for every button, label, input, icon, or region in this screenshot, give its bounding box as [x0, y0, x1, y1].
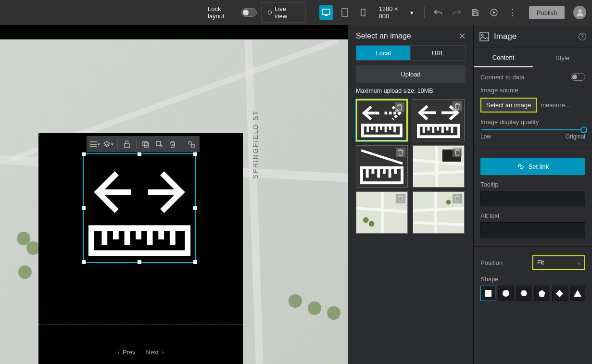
duplicate-button[interactable]	[153, 138, 165, 151]
thumb-4[interactable]	[413, 145, 465, 188]
tab-content[interactable]: Content	[474, 48, 533, 67]
delete-thumb-icon[interactable]	[453, 148, 462, 157]
shape-hexagon[interactable]	[516, 286, 531, 301]
thumbnail-grid	[356, 99, 466, 234]
thumb-6[interactable]	[413, 191, 465, 234]
caret-down-icon: ▾	[410, 9, 414, 16]
publish-button[interactable]: Publish	[529, 6, 565, 19]
lock-layout-toggle[interactable]: Lock layout	[208, 5, 257, 20]
lock-button[interactable]	[121, 138, 133, 151]
alttext-label: Alt text	[480, 212, 585, 219]
chevron-right-icon: ›	[162, 349, 164, 356]
delete-thumb-icon[interactable]	[396, 194, 405, 203]
svg-rect-2	[342, 9, 348, 16]
delete-thumb-icon[interactable]	[395, 102, 404, 112]
connect-data-toggle[interactable]	[571, 73, 585, 81]
svg-rect-45	[366, 169, 369, 178]
shape-circle[interactable]	[498, 286, 513, 301]
svg-rect-27	[376, 126, 378, 132]
tab-url[interactable]: URL	[411, 45, 466, 61]
upload-button[interactable]: Upload	[356, 65, 466, 83]
delete-thumb-icon[interactable]	[396, 148, 405, 157]
svg-rect-46	[372, 169, 375, 174]
user-avatar[interactable]	[573, 6, 586, 19]
live-label: Live view	[275, 5, 299, 20]
close-icon[interactable]	[459, 33, 466, 39]
layers-button[interactable]: ▾	[102, 138, 114, 151]
app-root: Lock layout Live view 1280 × 800 ▾ ⋮ Pub…	[0, 0, 592, 364]
svg-rect-19	[147, 231, 153, 245]
svg-rect-1	[325, 15, 327, 16]
more-button[interactable]: ⋮	[505, 5, 519, 20]
svg-rect-0	[322, 9, 330, 14]
svg-point-5	[578, 10, 581, 13]
set-link-button[interactable]: Set link	[480, 158, 585, 175]
inspector-tabs: Content Style	[474, 48, 592, 67]
svg-rect-18	[136, 231, 141, 239]
save-button[interactable]	[468, 5, 482, 20]
svg-rect-47	[377, 169, 380, 178]
svg-rect-39	[441, 127, 444, 133]
thumb-3[interactable]	[356, 145, 408, 188]
svg-rect-58	[480, 32, 489, 41]
shape-diamond[interactable]	[552, 286, 567, 301]
tab-local[interactable]: Local	[356, 45, 411, 61]
thumb-1[interactable]	[356, 99, 408, 141]
device-desktop-button[interactable]	[319, 5, 333, 20]
svg-rect-8	[144, 143, 149, 147]
align-button[interactable]: ▾	[88, 138, 101, 151]
lock-switch[interactable]	[241, 8, 257, 17]
delete-thumb-icon[interactable]	[453, 101, 462, 111]
lock-label: Lock layout	[208, 5, 238, 20]
shape-rect[interactable]	[480, 286, 495, 301]
chevron-left-icon: ‹	[117, 349, 119, 356]
delete-button[interactable]	[166, 138, 179, 151]
svg-rect-16	[113, 231, 119, 239]
slider-thumb[interactable]	[580, 126, 587, 133]
transform-button[interactable]	[185, 138, 198, 151]
svg-point-57	[446, 200, 451, 205]
inspector-panel: Image ? Content Style Connect to data Im…	[473, 25, 592, 364]
redo-button[interactable]	[450, 5, 464, 20]
quality-slider[interactable]	[481, 129, 584, 130]
shape-pentagon[interactable]	[534, 286, 549, 301]
tab-style[interactable]: Style	[533, 48, 592, 67]
pager-next[interactable]: Next›	[146, 349, 164, 356]
context-toolbar: ▾ ▾	[87, 136, 200, 152]
svg-rect-11	[191, 144, 194, 147]
device-phone-button[interactable]	[356, 5, 370, 20]
svg-rect-36	[428, 127, 430, 131]
select-image-panel: Select an image Local URL Upload Maximum…	[348, 25, 473, 364]
viewport-size-select[interactable]: 1280 × 800 ▾	[375, 2, 418, 23]
preview-button[interactable]	[487, 5, 501, 20]
thumb-5[interactable]	[356, 191, 408, 234]
shape-options	[480, 286, 585, 301]
live-view-button[interactable]: Live view	[262, 2, 305, 23]
thumb-2[interactable]	[413, 99, 465, 141]
tooltip-label: Tooltip	[480, 181, 585, 188]
svg-rect-17	[125, 231, 130, 245]
copy-button[interactable]	[139, 138, 152, 151]
select-image-button[interactable]: Select an image	[480, 98, 537, 113]
image-widget[interactable]: ▾ ▾	[38, 133, 243, 364]
quality-label: Image display quality	[480, 118, 585, 126]
tooltip-input[interactable]	[480, 191, 585, 206]
canvas[interactable]: SPRINGFIELD ST ▾ ▾	[0, 25, 348, 364]
svg-rect-35	[423, 127, 425, 133]
device-tablet-button[interactable]	[338, 5, 352, 20]
delete-thumb-icon[interactable]	[453, 194, 462, 203]
svg-point-10	[189, 141, 191, 144]
svg-point-55	[369, 221, 375, 227]
position-select[interactable]: Fit ⌵	[532, 255, 585, 270]
svg-rect-7	[143, 141, 147, 146]
top-bar: Lock layout Live view 1280 × 800 ▾ ⋮ Pub…	[0, 0, 592, 25]
alttext-input[interactable]	[480, 222, 585, 238]
shape-triangle[interactable]	[570, 286, 585, 301]
undo-button[interactable]	[431, 5, 445, 20]
image-frame[interactable]	[83, 153, 196, 263]
help-icon[interactable]: ?	[579, 33, 586, 40]
svg-point-59	[481, 34, 483, 36]
pager-prev[interactable]: ‹Prev	[117, 349, 135, 356]
svg-rect-30	[389, 126, 391, 130]
pager: ‹Prev Next›	[38, 349, 243, 356]
